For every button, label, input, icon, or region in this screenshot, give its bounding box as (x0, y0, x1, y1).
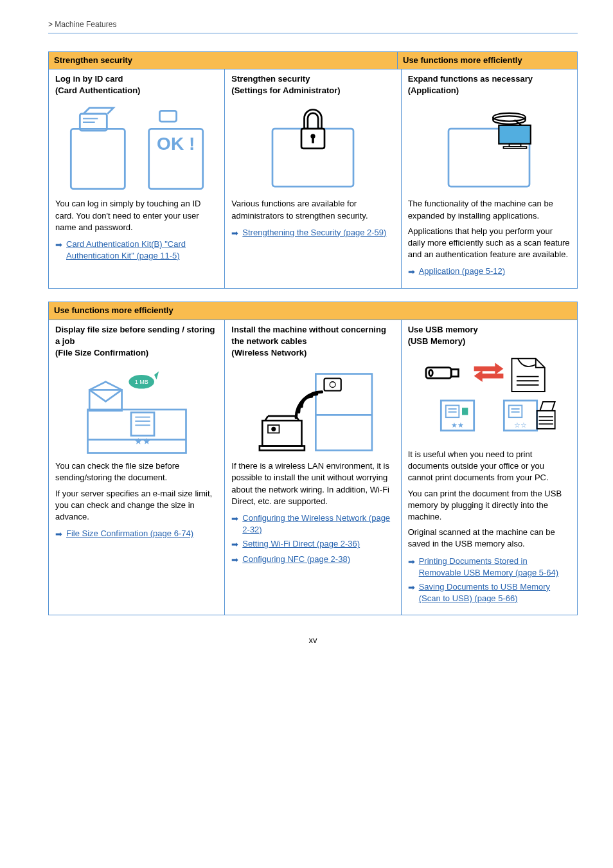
svg-point-36 (271, 427, 276, 431)
breadcrumb: > Machine Features (48, 19, 578, 30)
desc: Original scanned at the machine can be s… (408, 527, 571, 550)
svg-rect-0 (71, 129, 125, 189)
title-line1: Log in by ID card (55, 74, 123, 84)
svg-rect-37 (260, 446, 305, 451)
desc: You can check the file size before sendi… (55, 460, 218, 484)
title-line2: (USB Memory) (408, 336, 466, 346)
link-application[interactable]: Application (page 5-12) (419, 266, 505, 277)
box1-header-right: Use functions more efficiently (398, 52, 577, 69)
illustration-card-auth: OK ! (55, 102, 218, 198)
cell-usb-memory: Use USB memory (USB Memory) (402, 320, 577, 615)
link-card-auth-kit[interactable]: Card Authentication Kit(B) "Card Authent… (66, 239, 218, 262)
desc: You can log in simply by touching an ID … (55, 198, 218, 233)
illustration-application (408, 102, 571, 198)
cell-title: Log in by ID card (Card Authentication) (55, 73, 218, 96)
desc: You can print the document from the USB … (408, 488, 571, 523)
svg-rect-48 (446, 406, 459, 418)
desc: The functionality of the machine can be … (408, 198, 571, 221)
link-arrow-icon: ➡ (231, 513, 238, 525)
link-configure-nfc[interactable]: Configuring NFC (page 2-38) (242, 554, 350, 565)
link-scan-to-usb[interactable]: Saving Documents to USB Memory (Scan to … (419, 581, 571, 604)
illustration-usb: ★★ ☆☆ (408, 352, 571, 449)
svg-point-33 (330, 382, 335, 388)
title-line1: Display file size before sending / stori… (55, 325, 215, 346)
header-rule (48, 33, 578, 33)
title-line1: Use USB memory (408, 325, 478, 334)
link-strengthen-security[interactable]: Strengthening the Security (page 2-59) (242, 227, 386, 239)
svg-rect-17 (499, 125, 531, 144)
svg-rect-5 (159, 111, 176, 122)
svg-point-43 (429, 370, 433, 375)
svg-text:1 MB: 1 MB (134, 379, 148, 385)
link-arrow-icon: ➡ (408, 556, 415, 568)
link-configure-wireless[interactable]: Configuring the Wireless Network (page 2… (242, 512, 394, 536)
cell-admin-security: Strengthen security (Settings for Admini… (225, 69, 401, 289)
desc: Applications that help you perform your … (408, 226, 571, 261)
link-arrow-icon: ➡ (231, 554, 238, 566)
title-line2: (Wireless Network) (231, 348, 306, 357)
link-arrow-icon: ➡ (408, 266, 415, 278)
desc: If there is a wireless LAN environment, … (231, 460, 394, 507)
link-arrow-icon: ➡ (55, 529, 62, 540)
cell-title: Strengthen security (Settings for Admini… (231, 73, 394, 96)
title-line2: (File Size Confirmation) (55, 348, 148, 357)
svg-rect-19 (504, 147, 527, 149)
link-arrow-icon: ➡ (231, 539, 238, 550)
box1-header-left: Strengthen security (49, 52, 398, 69)
link-arrow-icon: ➡ (55, 239, 62, 251)
title-line1: Install the machine without concerning t… (231, 325, 386, 346)
svg-rect-23 (131, 412, 154, 435)
desc: Various functions are available for admi… (231, 198, 394, 221)
svg-text:OK !: OK ! (157, 134, 195, 154)
svg-rect-54 (509, 406, 522, 418)
cell-expand-app: Expand functions as necessary (Applicati… (402, 69, 577, 289)
title-line2: (Settings for Administrator) (231, 86, 340, 95)
box-use-efficiently: Use functions more efficiently Display f… (48, 302, 578, 615)
cell-card-auth: Log in by ID card (Card Authentication) (49, 69, 225, 289)
svg-rect-28 (87, 410, 186, 453)
link-wifi-direct[interactable]: Setting Wi-Fi Direct (page 2-36) (242, 538, 360, 550)
illustration-admin-lock (231, 102, 394, 198)
svg-rect-42 (452, 370, 459, 377)
svg-text:★★: ★★ (134, 436, 151, 446)
svg-text:★★: ★★ (452, 421, 465, 429)
cell-title: Expand functions as necessary (Applicati… (408, 73, 571, 96)
desc: It is useful when you need to print docu… (408, 449, 571, 484)
desc: If your server specifies an e-mail size … (55, 488, 218, 523)
cell-title: Install the machine without concerning t… (231, 324, 394, 359)
cell-title: Use USB memory (USB Memory) (408, 324, 571, 347)
box2-header: Use functions more efficiently (49, 302, 577, 319)
illustration-file-size: 1 MB ★★ (55, 364, 218, 460)
link-print-usb-docs[interactable]: Printing Documents Stored in Removable U… (419, 556, 571, 579)
title-line1: Expand functions as necessary (408, 74, 533, 84)
title-line2: (Application) (408, 86, 459, 95)
title-line2: (Card Authentication) (55, 86, 140, 95)
link-arrow-icon: ➡ (408, 582, 415, 593)
box-strengthen-security: Strengthen security Use functions more e… (48, 51, 578, 289)
illustration-wireless (231, 364, 394, 460)
link-file-size-confirm[interactable]: File Size Confirmation (page 6-74) (66, 528, 193, 539)
cell-wireless: Install the machine without concerning t… (225, 320, 401, 615)
svg-rect-10 (312, 136, 314, 143)
svg-rect-32 (324, 379, 341, 391)
link-arrow-icon: ➡ (231, 228, 238, 239)
svg-text:☆☆: ☆☆ (514, 421, 527, 429)
cell-file-size: Display file size before sending / stori… (49, 320, 225, 615)
cell-title: Display file size before sending / stori… (55, 324, 218, 359)
svg-rect-51 (462, 408, 468, 415)
title-line1: Strengthen security (231, 74, 310, 84)
page-number: xv (48, 635, 578, 646)
